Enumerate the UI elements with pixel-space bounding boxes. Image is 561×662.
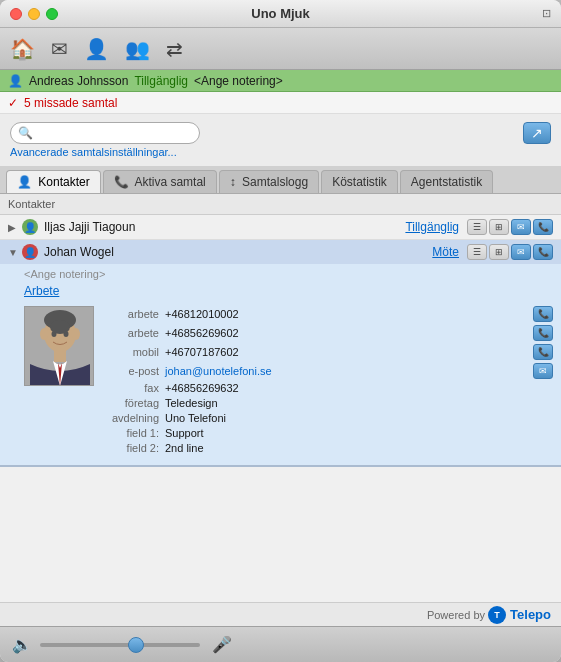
close-button[interactable] [10,8,22,20]
contact-call-btn-iljas[interactable]: 📞 [533,219,553,235]
advanced-settings-link[interactable]: Avancerade samtalsinställningar... [10,144,551,162]
call-btn-mobile[interactable]: 📞 [533,344,553,360]
info-label-email: e-post [104,365,159,377]
contact-row-johan[interactable]: ▼ 👤 Johan Wogel Möte ☰ ⊞ ✉ 📞 [0,240,561,264]
search-input[interactable] [10,122,200,144]
status-username: Andreas Johnsson [29,74,128,88]
info-row-phone2: arbete +46856269602 📞 [104,325,553,341]
tab-contacts[interactable]: 👤 Kontakter [6,170,101,193]
contacts-header: Kontakter [0,194,561,215]
tab-contacts-label: Kontakter [38,175,89,189]
window-title: Uno Mjuk [251,6,310,21]
user-status-icon: 👤 [8,74,23,88]
tab-active-calls[interactable]: 📞 Aktiva samtal [103,170,217,193]
search-arrow-icon: ↗ [531,125,543,141]
tab-call-log-icon: ↕ [230,175,236,189]
contact-note-placeholder: <Ange notering> [24,268,553,280]
contacts-list[interactable]: ▶ 👤 Iljas Jajji Tiagoun Tillgänglig ☰ ⊞ … [0,215,561,602]
info-label-department: avdelning [104,412,159,424]
info-row-department: avdelning Uno Telefoni [104,412,553,424]
missed-calls-bar[interactable]: ✓ 5 missade samtal [0,92,561,114]
info-value-fax: +46856269632 [165,382,553,394]
expand-icon[interactable]: ⊡ [542,7,551,20]
contact-grid-btn-iljas[interactable]: ⊞ [489,219,509,235]
contact-row-iljas[interactable]: ▶ 👤 Iljas Jajji Tiagoun Tillgänglig ☰ ⊞ … [0,215,561,240]
switch-button[interactable]: ⇄ [166,37,183,61]
svg-point-4 [72,328,80,340]
contact-area: Kontakter ▶ 👤 Iljas Jajji Tiagoun Tillgä… [0,194,561,602]
contact-info-table: arbete +46812010002 📞 arbete +4685626960… [104,306,553,457]
info-value-company: Teledesign [165,397,553,409]
send-email-btn[interactable]: ✉ [533,363,553,379]
call-btn-phone1[interactable]: 📞 [533,306,553,322]
contact-call-btn-johan[interactable]: 📞 [533,244,553,260]
contact-photo-johan [24,306,94,386]
home-button[interactable]: 🏠 [10,37,35,61]
chevron-right-icon: ▶ [8,222,18,233]
contact-name-johan: Johan Wogel [44,245,432,259]
info-label-mobile: mobil [104,346,159,358]
info-label-field1: field 1: [104,427,159,439]
person-photo-svg [25,306,93,386]
info-row-email: e-post johan@unotelefoni.se ✉ [104,363,553,379]
info-value-email: johan@unotelefoni.se [165,365,529,377]
switch-icon: ⇄ [166,37,183,61]
add-contact-button[interactable]: 👤 [84,37,109,61]
search-wrapper: 🔍 [10,122,517,144]
info-row-mobile: mobil +46707187602 📞 [104,344,553,360]
status-bar: 👤 Andreas Johnsson Tillgänglig <Ange not… [0,70,561,92]
status-availability: Tillgänglig [134,74,188,88]
search-area: 🔍 ↗ Avancerade samtalsinställningar... [0,114,561,166]
contact-avatar-iljas: 👤 [22,219,38,235]
maximize-button[interactable] [46,8,58,20]
search-icon: 🔍 [18,126,33,140]
telepo-brand: Telepo [510,607,551,622]
contact-actions-johan: ☰ ⊞ ✉ 📞 [467,244,553,260]
info-value-department: Uno Telefoni [165,412,553,424]
info-label-phone2: arbete [104,327,159,339]
contact-status-iljas[interactable]: Tillgänglig [405,220,459,234]
call-btn-phone2[interactable]: 📞 [533,325,553,341]
tab-call-log-label: Samtalslogg [242,175,308,189]
contacts-button[interactable]: 👥 [125,37,150,61]
search-action-button[interactable]: ↗ [523,122,551,144]
contact-actions-iljas: ☰ ⊞ ✉ 📞 [467,219,553,235]
contact-detail-body: arbete +46812010002 📞 arbete +4685626960… [24,306,553,457]
contact-status-johan[interactable]: Möte [432,245,459,259]
contact-msg-btn-iljas[interactable]: ✉ [511,219,531,235]
contact-avatar-johan: 👤 [22,244,38,260]
mail-button[interactable]: ✉ [51,37,68,61]
contact-info-btn-iljas[interactable]: ☰ [467,219,487,235]
volume-thumb[interactable] [128,637,144,653]
info-value-mobile: +46707187602 [165,346,529,358]
info-value-field2: 2nd line [165,442,553,454]
minimize-button[interactable] [28,8,40,20]
missed-calls-text: 5 missade samtal [24,96,117,110]
info-label-fax: fax [104,382,159,394]
tab-contacts-icon: 👤 [17,175,32,189]
info-value-phone2: +46856269602 [165,327,529,339]
volume-low-icon: 🔈 [12,635,32,654]
info-row-phone1: arbete +46812010002 📞 [104,306,553,322]
status-note: <Ange notering> [194,74,283,88]
chevron-down-icon: ▼ [8,247,18,258]
contact-grid-btn-johan[interactable]: ⊞ [489,244,509,260]
tab-queue-stats-label: Köstatistik [332,175,387,189]
svg-rect-5 [54,350,66,362]
tab-agent-stats[interactable]: Agentstatistik [400,170,493,193]
mail-icon: ✉ [51,37,68,61]
contact-detail-johan: <Ange notering> Arbete [0,264,561,467]
volume-slider[interactable] [40,643,200,647]
info-label-phone1: arbete [104,308,159,320]
contact-msg-btn-johan[interactable]: ✉ [511,244,531,260]
main-window: Uno Mjuk ⊡ 🏠 ✉ 👤 👥 ⇄ 👤 Andreas Johnsson … [0,0,561,662]
tab-queue-stats[interactable]: Köstatistik [321,170,398,193]
home-icon: 🏠 [10,37,35,61]
contact-name-iljas: Iljas Jajji Tiagoun [44,220,405,234]
bottom-bar: 🔈 🎤 [0,626,561,662]
contact-work-link[interactable]: Arbete [24,284,553,298]
contact-info-btn-johan[interactable]: ☰ [467,244,487,260]
tab-call-log[interactable]: ↕ Samtalslogg [219,170,319,193]
svg-point-8 [50,320,70,334]
svg-point-3 [40,328,48,340]
